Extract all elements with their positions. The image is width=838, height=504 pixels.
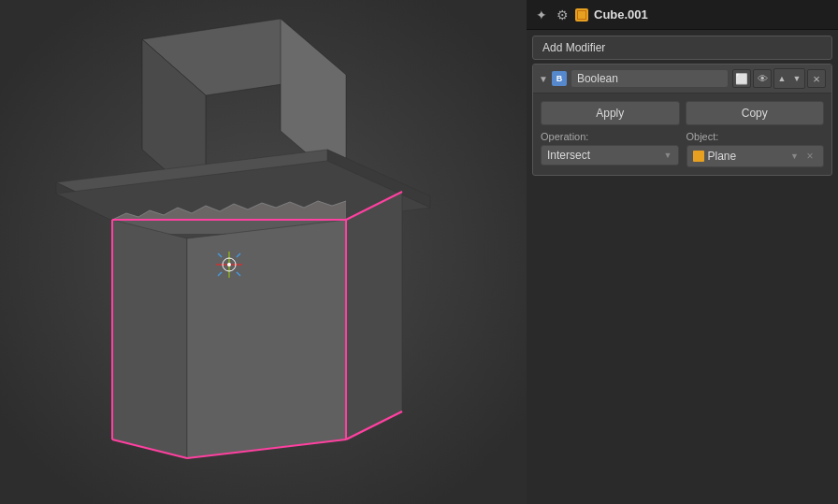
object-select-arrow: ▼ xyxy=(790,151,799,161)
svg-point-22 xyxy=(227,263,231,266)
object-icon xyxy=(575,8,588,22)
operation-group: Operation: Intersect ▼ xyxy=(541,131,679,166)
right-panel: ✦ ⚙ Cube.001 Add Modifier ▼ B ⬜ 👁 xyxy=(527,0,838,504)
object-type-icon xyxy=(693,151,704,162)
modifier-buttons-row: Apply Copy xyxy=(541,101,824,125)
viewport-icon-btn[interactable]: 👁 xyxy=(753,69,772,88)
modifier-header-icons: ⬜ 👁 ▲ ▼ × xyxy=(732,68,826,89)
scene-icon: ⚙ xyxy=(555,7,570,22)
operation-label: Operation: xyxy=(541,131,679,142)
modifier-name-input[interactable] xyxy=(571,69,729,88)
render-icon-btn[interactable]: ⬜ xyxy=(732,69,751,88)
object-name: Cube.001 xyxy=(594,7,648,22)
object-label: Object: xyxy=(686,131,825,142)
modifier-header: ▼ B ⬜ 👁 ▲ ▼ × xyxy=(533,65,831,94)
props-row: Operation: Intersect ▼ Object: Plane ▼ xyxy=(541,131,824,167)
modifier-block: ▼ B ⬜ 👁 ▲ ▼ × xyxy=(532,64,832,176)
svg-marker-11 xyxy=(346,192,402,439)
object-clear-button[interactable]: × xyxy=(802,149,817,164)
modifier-type-icon: B xyxy=(552,71,567,86)
scene-svg xyxy=(0,0,527,504)
transform-icon: ✦ xyxy=(534,7,549,22)
move-up-arrow[interactable]: ▲ xyxy=(774,69,789,88)
operation-value: Intersect xyxy=(547,149,590,162)
nav-arrows: ▲ ▼ xyxy=(773,68,805,89)
copy-button[interactable]: Copy xyxy=(686,101,825,125)
close-modifier-button[interactable]: × xyxy=(807,69,826,88)
move-down-arrow[interactable]: ▼ xyxy=(789,69,804,88)
properties-area: Add Modifier ▼ B ⬜ 👁 ▲ ▼ × xyxy=(527,30,838,504)
apply-button[interactable]: Apply xyxy=(541,101,680,125)
add-modifier-button[interactable]: Add Modifier xyxy=(532,36,832,60)
operation-select-arrow: ▼ xyxy=(664,151,672,160)
svg-marker-9 xyxy=(112,220,187,458)
object-select[interactable]: Plane ▼ × xyxy=(686,145,825,167)
header-bar: ✦ ⚙ Cube.001 xyxy=(527,0,838,30)
object-group: Object: Plane ▼ × xyxy=(686,131,825,167)
collapse-arrow[interactable]: ▼ xyxy=(539,74,548,84)
viewport-3d[interactable] xyxy=(0,0,527,504)
object-value: Plane xyxy=(708,150,737,163)
modifier-body: Apply Copy Operation: Intersect ▼ xyxy=(533,94,831,175)
operation-select[interactable]: Intersect ▼ xyxy=(541,145,679,166)
svg-marker-10 xyxy=(187,220,346,458)
